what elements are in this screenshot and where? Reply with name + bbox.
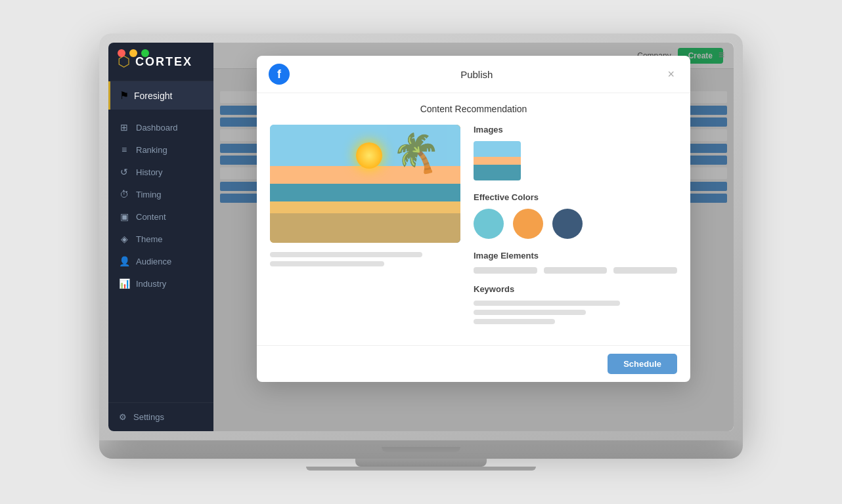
modal-inner: 🌴 (270, 125, 677, 335)
color-orange (513, 209, 543, 239)
facebook-icon: f (269, 64, 290, 85)
industry-label: Industry (136, 279, 166, 289)
thumbnail-beach (474, 141, 521, 180)
content-rec-title: Content Recommendation (270, 104, 677, 114)
fullscreen-button-traffic[interactable] (141, 49, 149, 57)
modal-title: Publish (460, 69, 493, 80)
laptop-notch (382, 447, 460, 452)
publish-modal: f Publish × Content Recommendation (257, 56, 690, 382)
image-elements-label: Image Elements (474, 251, 677, 261)
traffic-lights (118, 49, 149, 57)
images-label: Images (474, 125, 677, 135)
history-icon: ↺ (119, 167, 129, 177)
audience-icon: 👤 (119, 256, 129, 266)
modal-body: Content Recommendation 🌴 (257, 93, 690, 345)
color-navy (552, 209, 583, 239)
sidebar-item-timing[interactable]: ⏱ Timing (108, 183, 213, 205)
theme-label: Theme (136, 234, 162, 244)
content-label: Content (136, 212, 166, 222)
content-icon: ▣ (119, 211, 129, 222)
main-content: Company Create Sat AM AM (213, 43, 734, 431)
foresight-label: Foresight (134, 91, 172, 101)
modal-right-panel: Images Effective Colors (474, 125, 677, 335)
app-container: ⬡ CORTEX ⚑ Foresight ⊞ Dashboard ≡ (108, 43, 734, 431)
colors-row (474, 209, 677, 239)
beach-palm: 🌴 (387, 125, 447, 183)
laptop-body: ≡ ⬡ CORTEX ⚑ Foresight ⊞ Dashb (99, 33, 743, 440)
sidebar-item-industry[interactable]: 📊 Industry (108, 272, 213, 295)
images-section: Images (474, 125, 677, 180)
modal-header: f Publish × (257, 56, 690, 93)
beach-sun (356, 142, 382, 169)
timing-label: Timing (136, 190, 162, 200)
sidebar-item-audience[interactable]: 👤 Audience (108, 250, 213, 272)
text-line-2 (270, 261, 384, 266)
dashboard-icon: ⊞ (119, 122, 129, 133)
image-elements-section: Image Elements (474, 251, 677, 274)
laptop-stand (355, 459, 487, 467)
sidebar-nav: ⊞ Dashboard ≡ Ranking ↺ History ⏱ (108, 110, 213, 402)
sidebar-item-content[interactable]: ▣ Content (108, 205, 213, 228)
element-bar-3 (613, 267, 677, 274)
colors-section: Effective Colors (474, 192, 677, 239)
sidebar-item-foresight[interactable]: ⚑ Foresight (108, 81, 213, 110)
sidebar-item-history[interactable]: ↺ History (108, 161, 213, 183)
modal-left-panel: 🌴 (270, 125, 460, 335)
keyword-line-2 (474, 310, 586, 315)
keyword-lines (474, 301, 677, 324)
keyword-line-1 (474, 301, 620, 306)
modal-footer: Schedule (257, 345, 690, 382)
text-line-1 (270, 252, 422, 257)
keyword-line-3 (474, 319, 555, 324)
sidebar-item-dashboard[interactable]: ⊞ Dashboard (108, 116, 213, 138)
settings-label: Settings (133, 412, 164, 422)
theme-icon: ◈ (119, 234, 129, 244)
audience-label: Audience (136, 257, 171, 266)
modal-close-button[interactable]: × (663, 66, 678, 83)
element-bar-2 (544, 267, 608, 274)
minimize-button-traffic[interactable] (129, 49, 137, 57)
screen-bezel: ≡ ⬡ CORTEX ⚑ Foresight ⊞ Dashb (108, 43, 734, 431)
color-teal (474, 209, 504, 239)
ranking-icon: ≡ (119, 144, 129, 155)
close-button-traffic[interactable] (118, 49, 125, 57)
modal-overlay: f Publish × Content Recommendation (213, 43, 734, 431)
laptop-foot (306, 467, 536, 471)
elements-row (474, 267, 677, 274)
beach-scene: 🌴 (270, 125, 460, 243)
laptop-base (99, 440, 743, 459)
image-preview: 🌴 (270, 125, 460, 243)
ranking-label: Ranking (136, 145, 167, 155)
keywords-section: Keywords (474, 284, 677, 324)
timing-icon: ⏱ (119, 189, 129, 200)
sidebar-item-settings[interactable]: ⚙ Settings (108, 402, 213, 431)
sidebar: ⬡ CORTEX ⚑ Foresight ⊞ Dashboard ≡ (108, 43, 213, 431)
modal-text-lines (270, 252, 460, 266)
image-thumbnail[interactable] (474, 141, 521, 180)
element-bar-1 (474, 267, 537, 274)
keywords-label: Keywords (474, 284, 677, 294)
foresight-icon: ⚑ (120, 89, 129, 102)
settings-icon: ⚙ (119, 412, 127, 422)
industry-icon: 📊 (119, 278, 129, 289)
effective-colors-label: Effective Colors (474, 192, 677, 202)
sidebar-item-theme[interactable]: ◈ Theme (108, 228, 213, 250)
schedule-button[interactable]: Schedule (608, 354, 677, 374)
sidebar-logo: ⬡ CORTEX (108, 43, 213, 81)
dashboard-label: Dashboard (136, 123, 178, 133)
history-label: History (136, 167, 162, 177)
sidebar-item-ranking[interactable]: ≡ Ranking (108, 138, 213, 161)
